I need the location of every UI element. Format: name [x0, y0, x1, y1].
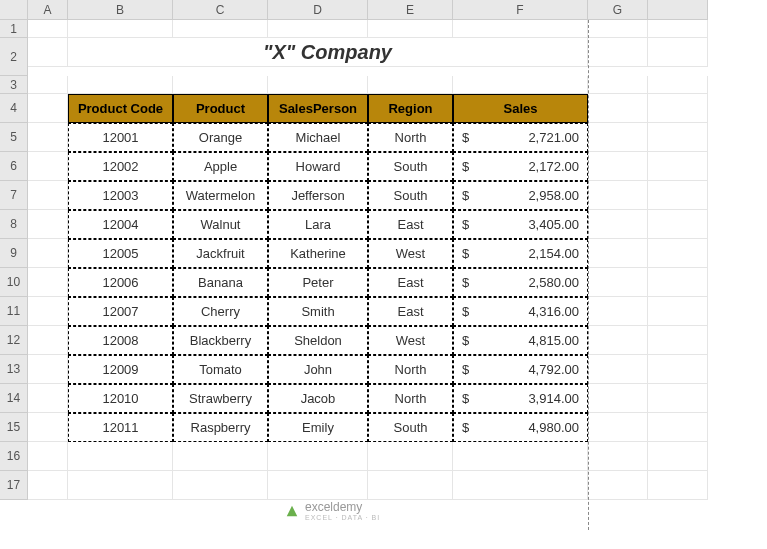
row-header-3[interactable]: 3 — [0, 76, 28, 94]
cell-E16[interactable] — [368, 442, 453, 471]
data-salesperson-1[interactable]: Howard — [268, 152, 368, 181]
data-region-7[interactable]: West — [368, 326, 453, 355]
col-header-G[interactable]: G — [588, 0, 648, 20]
row-header-17[interactable]: 17 — [0, 471, 28, 500]
cell-G12[interactable] — [588, 326, 648, 355]
cell-C16[interactable] — [173, 442, 268, 471]
data-region-2[interactable]: South — [368, 181, 453, 210]
row-header-14[interactable]: 14 — [0, 384, 28, 413]
data-sales-4[interactable]: $2,154.00 — [453, 239, 588, 268]
data-sales-3[interactable]: $3,405.00 — [453, 210, 588, 239]
cell-H11[interactable] — [648, 297, 708, 326]
data-product-6[interactable]: Cherry — [173, 297, 268, 326]
cell-G13[interactable] — [588, 355, 648, 384]
data-region-0[interactable]: North — [368, 123, 453, 152]
data-salesperson-5[interactable]: Peter — [268, 268, 368, 297]
data-region-10[interactable]: South — [368, 413, 453, 442]
cell-C17[interactable] — [173, 471, 268, 500]
row-header-5[interactable]: 5 — [0, 123, 28, 152]
cell-E17[interactable] — [368, 471, 453, 500]
data-product-9[interactable]: Strawberry — [173, 384, 268, 413]
data-sales-9[interactable]: $3,914.00 — [453, 384, 588, 413]
data-salesperson-6[interactable]: Smith — [268, 297, 368, 326]
data-region-4[interactable]: West — [368, 239, 453, 268]
data-region-3[interactable]: East — [368, 210, 453, 239]
cell-A1[interactable] — [28, 20, 68, 38]
data-product-8[interactable]: Tomato — [173, 355, 268, 384]
data-salesperson-4[interactable]: Katherine — [268, 239, 368, 268]
data-code-6[interactable]: 12007 — [68, 297, 173, 326]
col-header-C[interactable]: C — [173, 0, 268, 20]
data-code-0[interactable]: 12001 — [68, 123, 173, 152]
data-salesperson-9[interactable]: Jacob — [268, 384, 368, 413]
data-code-7[interactable]: 12008 — [68, 326, 173, 355]
col-header-D[interactable]: D — [268, 0, 368, 20]
cell-H14[interactable] — [648, 384, 708, 413]
cell-H13[interactable] — [648, 355, 708, 384]
cell-E3[interactable] — [368, 76, 453, 94]
cell-A10[interactable] — [28, 268, 68, 297]
cell-G5[interactable] — [588, 123, 648, 152]
row-header-10[interactable]: 10 — [0, 268, 28, 297]
cell-A15[interactable] — [28, 413, 68, 442]
cell-G4[interactable] — [588, 94, 648, 123]
data-region-1[interactable]: South — [368, 152, 453, 181]
cell-C3[interactable] — [173, 76, 268, 94]
cell-D17[interactable] — [268, 471, 368, 500]
cell-B17[interactable] — [68, 471, 173, 500]
data-code-5[interactable]: 12006 — [68, 268, 173, 297]
cell-A5[interactable] — [28, 123, 68, 152]
cell-A9[interactable] — [28, 239, 68, 268]
data-sales-0[interactable]: $2,721.00 — [453, 123, 588, 152]
cell-H10[interactable] — [648, 268, 708, 297]
cell-F17[interactable] — [453, 471, 588, 500]
cell-E1[interactable] — [368, 20, 453, 38]
cell-G9[interactable] — [588, 239, 648, 268]
cell-B1[interactable] — [68, 20, 173, 38]
cell-A16[interactable] — [28, 442, 68, 471]
cell-G15[interactable] — [588, 413, 648, 442]
row-header-6[interactable]: 6 — [0, 152, 28, 181]
cell-D3[interactable] — [268, 76, 368, 94]
cell-G2[interactable] — [588, 38, 648, 67]
data-sales-6[interactable]: $4,316.00 — [453, 297, 588, 326]
row-header-16[interactable]: 16 — [0, 442, 28, 471]
cell-H9[interactable] — [648, 239, 708, 268]
col-header-E[interactable]: E — [368, 0, 453, 20]
row-header-13[interactable]: 13 — [0, 355, 28, 384]
data-salesperson-3[interactable]: Lara — [268, 210, 368, 239]
data-product-10[interactable]: Raspberry — [173, 413, 268, 442]
data-code-9[interactable]: 12010 — [68, 384, 173, 413]
data-region-8[interactable]: North — [368, 355, 453, 384]
data-salesperson-10[interactable]: Emily — [268, 413, 368, 442]
data-product-4[interactable]: Jackfruit — [173, 239, 268, 268]
cell-F1[interactable] — [453, 20, 588, 38]
cell-A8[interactable] — [28, 210, 68, 239]
cell-A12[interactable] — [28, 326, 68, 355]
data-region-6[interactable]: East — [368, 297, 453, 326]
data-code-2[interactable]: 12003 — [68, 181, 173, 210]
data-code-1[interactable]: 12002 — [68, 152, 173, 181]
data-code-4[interactable]: 12005 — [68, 239, 173, 268]
data-sales-2[interactable]: $2,958.00 — [453, 181, 588, 210]
row-header-15[interactable]: 15 — [0, 413, 28, 442]
col-header-F[interactable]: F — [453, 0, 588, 20]
cell-1[interactable] — [648, 20, 708, 38]
data-code-8[interactable]: 12009 — [68, 355, 173, 384]
row-header-1[interactable]: 1 — [0, 20, 28, 38]
cell-D16[interactable] — [268, 442, 368, 471]
cell-G8[interactable] — [588, 210, 648, 239]
data-product-5[interactable]: Banana — [173, 268, 268, 297]
cell-G3[interactable] — [588, 76, 648, 94]
data-code-3[interactable]: 12004 — [68, 210, 173, 239]
cell-G6[interactable] — [588, 152, 648, 181]
data-salesperson-7[interactable]: Sheldon — [268, 326, 368, 355]
cell-B16[interactable] — [68, 442, 173, 471]
row-header-2[interactable]: 2 — [0, 38, 28, 76]
data-product-7[interactable]: Blackberry — [173, 326, 268, 355]
data-salesperson-2[interactable]: Jefferson — [268, 181, 368, 210]
row-header-9[interactable]: 9 — [0, 239, 28, 268]
cell-A3[interactable] — [28, 76, 68, 94]
cell-H5[interactable] — [648, 123, 708, 152]
cell-A7[interactable] — [28, 181, 68, 210]
